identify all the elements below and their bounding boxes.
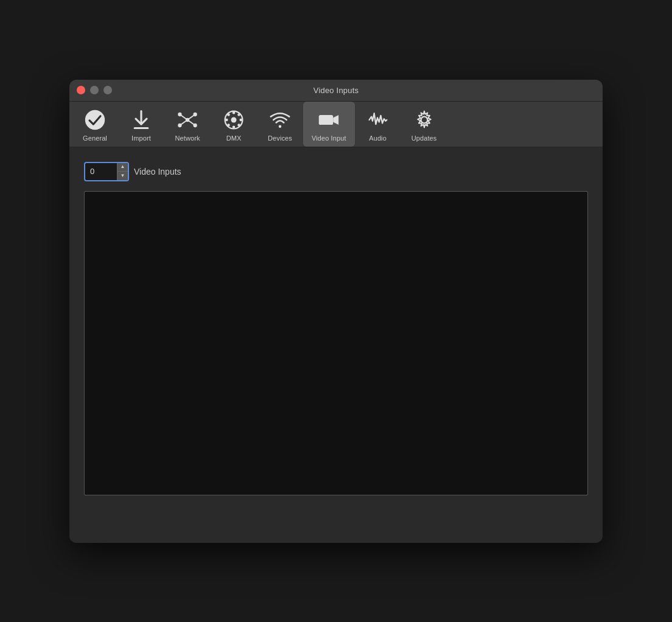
count-input-wrapper: 0 ▲ ▼ bbox=[84, 162, 129, 181]
tab-updates[interactable]: Updates bbox=[401, 102, 447, 147]
video-inputs-label: Video Inputs bbox=[134, 167, 181, 176]
tab-network-label: Network bbox=[175, 135, 200, 142]
wifi-icon bbox=[268, 108, 292, 132]
window-title: Video Inputs bbox=[313, 86, 359, 95]
window-controls bbox=[77, 86, 112, 94]
svg-point-25 bbox=[421, 116, 427, 123]
titlebar: Video Inputs bbox=[69, 80, 603, 102]
camera-icon bbox=[317, 108, 341, 132]
tab-import[interactable]: Import bbox=[118, 102, 164, 147]
tab-devices[interactable]: Devices bbox=[257, 102, 303, 147]
tab-dmx-label: DMX bbox=[226, 135, 242, 142]
tab-audio[interactable]: Audio bbox=[355, 102, 401, 147]
svg-point-22 bbox=[279, 125, 282, 128]
svg-line-11 bbox=[187, 120, 195, 125]
maximize-button[interactable] bbox=[103, 86, 112, 94]
tab-network[interactable]: Network bbox=[164, 102, 211, 147]
svg-point-14 bbox=[233, 111, 236, 114]
stepper-down-button[interactable]: ▼ bbox=[117, 172, 128, 180]
tab-devices-label: Devices bbox=[268, 135, 292, 142]
svg-point-19 bbox=[237, 113, 240, 116]
tab-general-label: General bbox=[83, 135, 107, 142]
video-canvas-area bbox=[84, 191, 588, 495]
tab-updates-label: Updates bbox=[411, 135, 437, 142]
svg-point-20 bbox=[227, 124, 230, 127]
content-area: 0 ▲ ▼ Video Inputs bbox=[69, 147, 603, 543]
tab-video-input-label: Video Input bbox=[312, 135, 346, 142]
svg-point-18 bbox=[227, 113, 230, 116]
svg-point-0 bbox=[85, 110, 105, 129]
toolbar: General Import bbox=[69, 102, 603, 147]
svg-line-9 bbox=[187, 114, 195, 120]
tab-audio-label: Audio bbox=[369, 135, 387, 142]
tab-video-input[interactable]: Video Input bbox=[303, 102, 355, 147]
svg-line-8 bbox=[180, 114, 187, 120]
dmx-icon bbox=[222, 108, 246, 132]
count-input[interactable]: 0 bbox=[85, 167, 117, 176]
tab-general[interactable]: General bbox=[72, 102, 118, 147]
audio-icon bbox=[366, 108, 390, 132]
tab-import-label: Import bbox=[131, 135, 151, 142]
svg-point-16 bbox=[225, 118, 228, 121]
network-icon bbox=[175, 108, 200, 132]
video-inputs-row: 0 ▲ ▼ Video Inputs bbox=[84, 162, 588, 181]
svg-point-13 bbox=[231, 117, 237, 122]
stepper-up-button[interactable]: ▲ bbox=[117, 163, 128, 172]
close-button[interactable] bbox=[77, 86, 85, 94]
svg-rect-23 bbox=[319, 114, 333, 124]
stepper[interactable]: ▲ ▼ bbox=[117, 163, 128, 180]
checkmark-icon bbox=[83, 108, 107, 132]
svg-line-10 bbox=[180, 120, 187, 125]
minimize-button[interactable] bbox=[90, 86, 99, 94]
tab-dmx[interactable]: DMX bbox=[211, 102, 257, 147]
download-icon bbox=[129, 108, 153, 132]
svg-point-15 bbox=[233, 125, 236, 128]
app-window: Video Inputs General Import bbox=[69, 80, 603, 543]
svg-marker-24 bbox=[333, 114, 338, 124]
gear-icon bbox=[412, 108, 436, 132]
svg-point-21 bbox=[237, 124, 240, 127]
svg-point-17 bbox=[239, 118, 242, 121]
